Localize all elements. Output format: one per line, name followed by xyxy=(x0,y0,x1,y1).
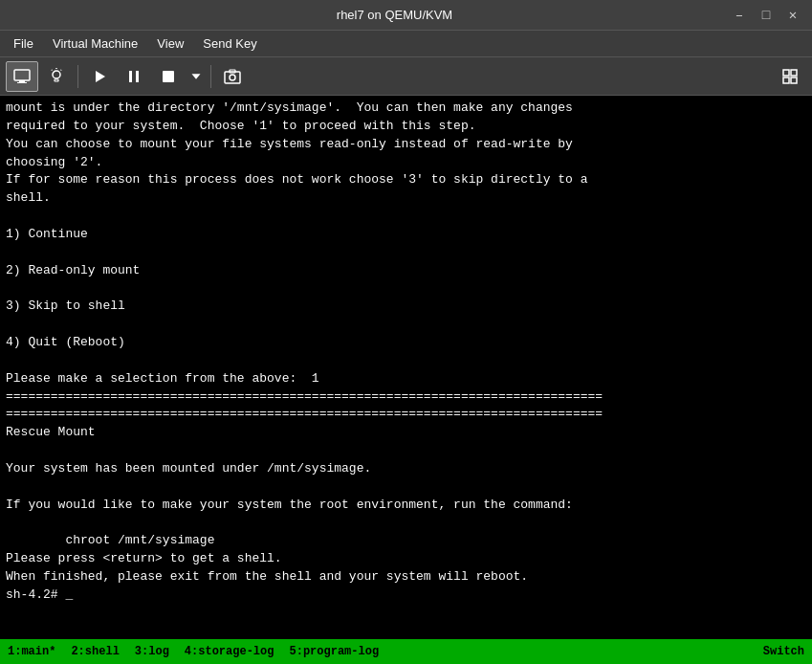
window-title: rhel7 on QEMU/KVM xyxy=(65,8,724,22)
pause-button[interactable] xyxy=(118,61,150,92)
status-tab-storage-log[interactable]: 4:storage-log xyxy=(185,645,274,658)
chevron-down-icon xyxy=(187,67,205,86)
svg-rect-11 xyxy=(163,71,174,82)
play-button[interactable] xyxy=(83,61,116,92)
svg-rect-1 xyxy=(19,80,25,82)
status-tab-shell[interactable]: 2:shell xyxy=(71,645,119,658)
menu-send-key[interactable]: Send Key xyxy=(193,33,266,55)
stop-button[interactable] xyxy=(152,61,185,92)
menu-bar: File Virtual Machine View Send Key xyxy=(0,31,812,57)
svg-rect-9 xyxy=(129,71,132,82)
menu-virtual-machine[interactable]: Virtual Machine xyxy=(43,33,147,55)
maximize-button[interactable]: □ xyxy=(755,4,778,27)
status-tabs: 1:main* 2:shell 3:log 4:storage-log 5:pr… xyxy=(8,645,379,658)
status-tab-anaconda[interactable]: 1:main* xyxy=(8,645,55,658)
resize-icon xyxy=(780,67,800,86)
toolbar xyxy=(0,57,812,96)
monitor-icon xyxy=(12,67,32,86)
svg-rect-13 xyxy=(225,72,240,83)
title-bar: rhel7 on QEMU/KVM – □ ✕ xyxy=(0,0,812,31)
svg-rect-19 xyxy=(791,77,797,83)
bulb-icon xyxy=(47,67,66,86)
menu-file[interactable]: File xyxy=(4,33,43,55)
bulb-button[interactable] xyxy=(40,61,73,92)
svg-marker-12 xyxy=(192,74,201,78)
dropdown-arrow-button[interactable] xyxy=(187,61,206,92)
resize-button[interactable] xyxy=(774,61,806,92)
svg-point-14 xyxy=(230,75,235,80)
screenshot-button[interactable] xyxy=(216,61,249,92)
menu-view[interactable]: View xyxy=(147,33,193,55)
toolbar-separator-2 xyxy=(210,65,211,88)
svg-rect-17 xyxy=(791,70,797,76)
pause-icon xyxy=(124,67,143,86)
screenshot-icon xyxy=(223,67,242,86)
svg-point-3 xyxy=(53,71,60,78)
svg-line-6 xyxy=(61,69,62,70)
svg-marker-8 xyxy=(96,71,105,82)
console-output: mount is under the directory '/mnt/sysim… xyxy=(0,96,812,639)
minimize-button[interactable]: – xyxy=(728,4,751,27)
svg-rect-0 xyxy=(14,70,30,80)
svg-rect-2 xyxy=(17,82,27,83)
play-icon xyxy=(90,67,109,86)
switch-button[interactable]: Switch xyxy=(763,645,804,658)
screen-view-button[interactable] xyxy=(6,61,38,92)
svg-line-7 xyxy=(52,69,53,70)
status-bar: 1:main* 2:shell 3:log 4:storage-log 5:pr… xyxy=(0,639,812,664)
toolbar-separator-1 xyxy=(77,65,78,88)
stop-icon xyxy=(159,67,178,86)
status-tab-program-log[interactable]: 5:program-log xyxy=(289,645,379,658)
status-tab-log[interactable]: 3:log xyxy=(135,645,169,658)
svg-rect-18 xyxy=(783,77,789,83)
svg-rect-4 xyxy=(55,79,58,81)
close-button[interactable]: ✕ xyxy=(781,4,804,27)
svg-rect-10 xyxy=(136,71,139,82)
svg-rect-16 xyxy=(783,70,789,76)
